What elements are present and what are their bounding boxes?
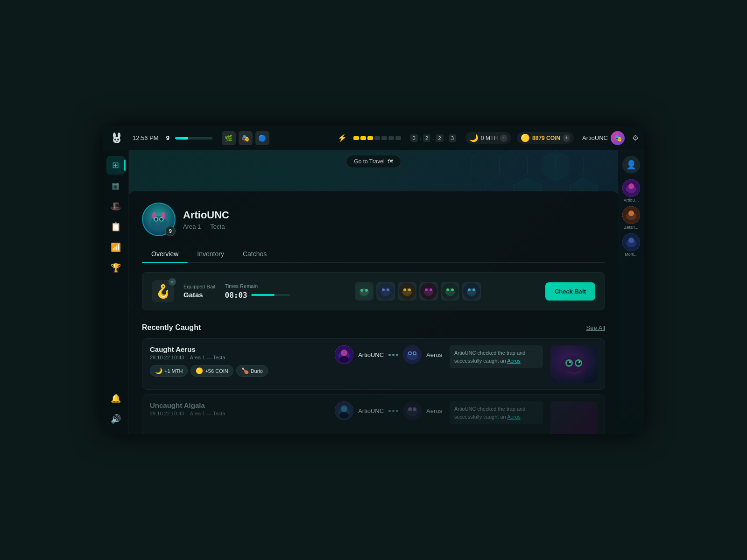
- rs-player-1[interactable]: ArtioU...: [622, 179, 640, 203]
- bait-icon-wrap: 🪝 ✏: [152, 280, 174, 302]
- bait-name: Gatas: [183, 291, 216, 299]
- sidebar-item-signal[interactable]: 📶: [106, 238, 125, 257]
- catch-middle-algala: ArtioUNC: [335, 401, 442, 420]
- topbar-item-icons: 🌿 🎭 🔵: [222, 131, 269, 145]
- catch-player-avatar-algala: [335, 401, 353, 420]
- sidebar-item-grid[interactable]: ⊞: [106, 156, 125, 175]
- tab-inventory[interactable]: Inventory: [188, 245, 233, 262]
- sidebar-item-doc[interactable]: 📋: [106, 217, 125, 236]
- coin-icon: 🟡: [521, 133, 530, 142]
- tab-overview[interactable]: Overview: [142, 245, 188, 262]
- main-layout: ⊞ ▦ 🎩 📋 📶 🏆 🔔 🔊: [103, 150, 644, 434]
- mth-reward-icon: 🌙: [155, 367, 162, 374]
- sidebar-item-list[interactable]: ▦: [106, 176, 125, 195]
- sidebar-item-bell[interactable]: 🔔: [106, 389, 125, 408]
- svg-point-3: [118, 133, 120, 138]
- svg-point-54: [569, 361, 571, 363]
- svg-point-25: [408, 288, 411, 291]
- bait-edit-icon[interactable]: ✏: [169, 278, 176, 286]
- profile-panel: 9 ArtioUNC Area 1 — Tecta Overview Inven…: [129, 191, 618, 434]
- pip-1: [353, 136, 359, 140]
- lightning-icon: ⚡: [338, 133, 347, 142]
- timer-bar: [251, 294, 290, 296]
- map-icon: 🗺: [388, 158, 393, 165]
- catch-date-aerus: 29.10.22 10:43: [150, 355, 184, 360]
- catch-left-aerus: Caught Aerus 29.10.22 10:43 Area 1 — Tec…: [150, 345, 327, 377]
- catch-dots-aerus: [388, 354, 398, 356]
- creature-icon-4: [419, 282, 438, 301]
- timer-fill: [251, 294, 275, 296]
- svg-point-32: [446, 288, 449, 291]
- svg-point-4: [114, 139, 116, 140]
- item-icon-1[interactable]: 🌿: [222, 131, 236, 145]
- catch-card-algala: Uncaught Algala 29.10.22 10:43 Area 1 — …: [142, 394, 605, 434]
- tab-catches[interactable]: Catches: [233, 245, 276, 262]
- user-icon-button[interactable]: 👤: [622, 156, 640, 174]
- topbar-level: 9: [166, 134, 169, 141]
- catch-card-aerus: Caught Aerus 29.10.22 10:43 Area 1 — Tec…: [142, 338, 605, 390]
- reward-coin: 🟡 +56 COIN: [190, 365, 233, 377]
- rs-avatar-1: [622, 179, 640, 197]
- catch-player-name-aerus: ArtioUNC: [358, 351, 384, 358]
- svg-point-17: [365, 289, 368, 292]
- volume-icon: 🔊: [111, 414, 121, 424]
- svg-point-36: [468, 288, 471, 291]
- travel-button[interactable]: Go to Travel 🗺: [346, 155, 401, 168]
- catch-meta-algala: 29.10.22 10:43 Area 1 — Tecta: [150, 411, 327, 416]
- svg-point-55: [578, 361, 580, 363]
- coin-label: 8879 COIN: [532, 135, 560, 141]
- timer-seg3: 2: [436, 134, 443, 142]
- catch-image-algala: [550, 401, 597, 434]
- svg-point-2: [113, 133, 116, 138]
- svg-point-53: [576, 361, 581, 365]
- rs-player-2[interactable]: Zetan...: [622, 206, 640, 230]
- xp-bar: [175, 137, 212, 140]
- svg-point-37: [472, 288, 475, 291]
- catch-area-aerus: Area 1 — Tecta: [190, 355, 226, 360]
- check-bait-button[interactable]: Check Bait: [545, 282, 595, 301]
- settings-icon[interactable]: ⚙: [632, 133, 639, 142]
- profile-tabs: Overview Inventory Catches: [142, 245, 605, 263]
- catch-desc-link-algala[interactable]: Aerus: [507, 414, 521, 420]
- coin-reward-label: +56 COIN: [205, 368, 228, 374]
- coin-balance[interactable]: 🟡 8879 COIN +: [517, 132, 574, 144]
- mth-add-button[interactable]: +: [500, 134, 507, 142]
- person-icon: 👤: [626, 160, 636, 170]
- svg-point-52: [567, 361, 571, 365]
- sidebar-item-leaderboard[interactable]: 🏆: [106, 259, 125, 277]
- svg-point-33: [451, 288, 454, 291]
- mth-balance[interactable]: 🌙 0 MTH +: [465, 132, 511, 144]
- svg-point-66: [628, 183, 634, 189]
- timer-display: 0 : 2 : 2 : 3: [410, 134, 457, 142]
- svg-point-47: [414, 352, 416, 354]
- item-icon-3[interactable]: 🔵: [255, 131, 269, 145]
- catch-area-algala: Area 1 — Tecta: [190, 411, 226, 416]
- catch-desc-link-aerus[interactable]: Aerus: [507, 358, 521, 364]
- rs-player-3[interactable]: Morti...: [622, 233, 640, 257]
- rs-avatar-2: [622, 206, 640, 224]
- timer-seg1: 0: [410, 134, 418, 142]
- catch-title-aerus: Caught Aerus: [150, 345, 327, 353]
- pip-6: [388, 136, 394, 140]
- svg-point-5: [117, 139, 119, 140]
- svg-point-62: [408, 407, 412, 411]
- xp-fill: [175, 137, 188, 140]
- right-sidebar: 👤 ArtioU...: [618, 150, 644, 434]
- svg-point-40: [341, 350, 347, 356]
- profile-avatar-wrap: 9: [142, 203, 176, 236]
- see-all-link[interactable]: See All: [586, 324, 605, 331]
- item-icon-2[interactable]: 🎭: [239, 131, 253, 145]
- coin-add-button[interactable]: +: [563, 134, 570, 142]
- sidebar-item-volume[interactable]: 🔊: [106, 410, 125, 428]
- travel-banner: Go to Travel 🗺: [129, 150, 618, 173]
- svg-point-29: [430, 288, 432, 291]
- svg-point-58: [341, 406, 347, 412]
- grid-icon: ⊞: [112, 160, 119, 170]
- sidebar-item-hat[interactable]: 🎩: [106, 197, 125, 216]
- pip-4: [374, 136, 380, 140]
- topbar-time: 12:56 PM: [133, 134, 159, 141]
- item-reward-icon: 🍗: [241, 367, 249, 374]
- svg-point-16: [360, 289, 363, 292]
- svg-point-24: [403, 288, 406, 291]
- topbar-user[interactable]: ArtioUNC 🎭: [582, 131, 625, 145]
